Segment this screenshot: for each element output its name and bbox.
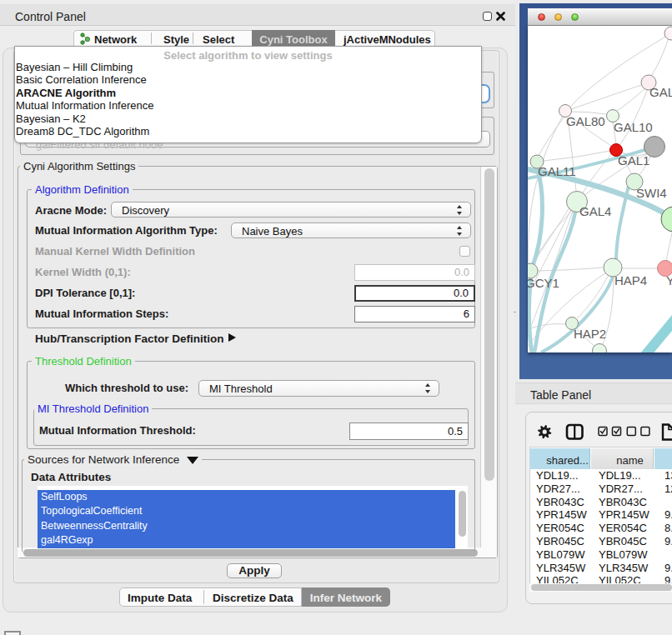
svg-text:GCY1: GCY1 [528, 276, 559, 290]
svg-text:SWI4: SWI4 [636, 186, 667, 200]
svg-text:GAL7: GAL7 [649, 85, 672, 99]
svg-text:HAP4: HAP4 [614, 273, 647, 288]
svg-text:YM: YM [666, 273, 672, 288]
svg-text:GAL11: GAL11 [538, 164, 576, 178]
svg-text:HAP2: HAP2 [574, 327, 606, 341]
svg-text:GAL80: GAL80 [566, 114, 605, 128]
svg-text:GAL1: GAL1 [618, 153, 649, 168]
svg-text:GAL10: GAL10 [614, 120, 653, 134]
svg-text:GAL4: GAL4 [579, 204, 611, 218]
